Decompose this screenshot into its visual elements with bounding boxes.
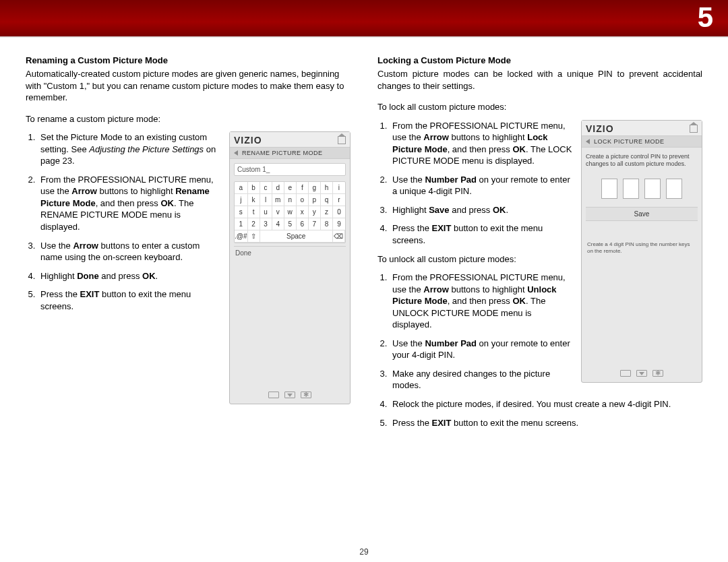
key: j — [235, 194, 248, 206]
key: i — [333, 182, 345, 194]
key: 3 — [260, 218, 272, 230]
panel-title: LOCK PICTURE MODE — [594, 138, 665, 145]
left-lead: To rename a custom picture mode: — [26, 113, 351, 125]
left-intro: Automatically-created custom picture mod… — [26, 68, 351, 104]
key-backspace: ⌫ — [333, 230, 345, 243]
key-shift: ⇧ — [248, 230, 260, 243]
chapter-number: 5 — [698, 1, 713, 34]
pin-box — [623, 179, 639, 199]
key: u — [260, 206, 272, 218]
key-space: Space — [260, 230, 333, 243]
panel-header: VIZIO — [582, 121, 702, 136]
gear-icon — [653, 370, 663, 377]
key: d — [272, 182, 284, 194]
right-lead-lock: To lock all custom picture modes: — [377, 101, 702, 113]
key: y — [309, 206, 321, 218]
brand-label: VIZIO — [586, 123, 614, 134]
key: h — [321, 182, 333, 194]
key: n — [284, 194, 297, 206]
pin-boxes — [586, 179, 698, 199]
key: c — [260, 182, 272, 194]
key: o — [297, 194, 309, 206]
key: x — [297, 206, 309, 218]
header-band: 5 — [0, 0, 728, 36]
panel-header: VIZIO — [230, 132, 350, 148]
rename-panel: VIZIO RENAME PICTURE MODE Custom 1_ a b … — [229, 131, 351, 404]
key: 8 — [321, 218, 333, 230]
key: s — [235, 206, 248, 218]
panel-title: RENAME PICTURE MODE — [242, 150, 323, 156]
page-number: 29 — [0, 547, 728, 557]
panel-footer-icons — [230, 392, 350, 398]
key: 7 — [309, 218, 321, 230]
gear-icon — [301, 392, 311, 398]
panel-subheader: LOCK PICTURE MODE — [582, 136, 702, 148]
pin-box — [644, 179, 661, 199]
home-icon — [690, 125, 698, 133]
left-heading: Renaming a Custom Picture Mode — [26, 55, 351, 65]
key: v — [272, 206, 284, 218]
key: e — [284, 182, 297, 194]
key: 9 — [333, 218, 345, 230]
key: b — [248, 182, 260, 194]
chevron-down-icon — [636, 370, 647, 377]
key: 4 — [272, 218, 284, 230]
key: t — [248, 206, 260, 218]
onscreen-keyboard: a b c d e f g h i j k l m n o p q — [234, 181, 346, 243]
save-row: Save — [586, 207, 698, 221]
right-intro: Custom picture modes can be locked with … — [377, 68, 702, 92]
key: z — [321, 206, 333, 218]
lock-panel: VIZIO LOCK PICTURE MODE Create a picture… — [581, 120, 702, 383]
key: 5 — [284, 218, 297, 230]
left-column: Renaming a Custom Picture Mode Automatic… — [26, 55, 351, 435]
page-body: Renaming a Custom Picture Mode Automatic… — [0, 38, 728, 435]
panel-subheader: RENAME PICTURE MODE — [230, 148, 350, 159]
key: a — [235, 182, 248, 194]
home-icon — [338, 136, 346, 144]
key: q — [321, 194, 333, 206]
key-sym: .@# — [235, 230, 248, 243]
key: f — [297, 182, 309, 194]
key: g — [309, 182, 321, 194]
panel-footer-icons — [582, 370, 702, 377]
rename-field: Custom 1_ — [234, 163, 346, 176]
panel-body: Create a picture control PIN to prevent … — [582, 148, 702, 259]
wide-icon — [268, 392, 279, 398]
key: l — [260, 194, 272, 206]
key: 6 — [297, 218, 309, 230]
key: 1 — [235, 218, 248, 230]
key: 2 — [248, 218, 260, 230]
pin-description: Create a picture control PIN to prevent … — [586, 152, 698, 175]
key: k — [248, 194, 260, 206]
back-icon — [586, 139, 590, 144]
key: 0 — [333, 206, 345, 218]
key: w — [284, 206, 297, 218]
wide-icon — [620, 370, 631, 377]
key: m — [272, 194, 284, 206]
back-icon — [234, 150, 238, 156]
list-item: Relock the picture modes, if desired. Yo… — [390, 398, 702, 410]
chevron-down-icon — [284, 392, 295, 398]
right-heading: Locking a Custom Picture Mode — [377, 55, 702, 65]
key: p — [309, 194, 321, 206]
panel-body: Custom 1_ a b c d e f g h i j k l m n o — [230, 159, 350, 262]
pin-box — [601, 179, 617, 199]
list-item: Press the EXIT button to exit the menu s… — [390, 417, 702, 429]
brand-label: VIZIO — [234, 135, 262, 146]
done-row: Done — [234, 246, 346, 258]
right-column: Locking a Custom Picture Mode Custom pic… — [377, 55, 702, 435]
pin-note: Create a 4 digit PIN using the number ke… — [586, 221, 698, 254]
key: r — [333, 194, 345, 206]
pin-box — [666, 179, 682, 199]
